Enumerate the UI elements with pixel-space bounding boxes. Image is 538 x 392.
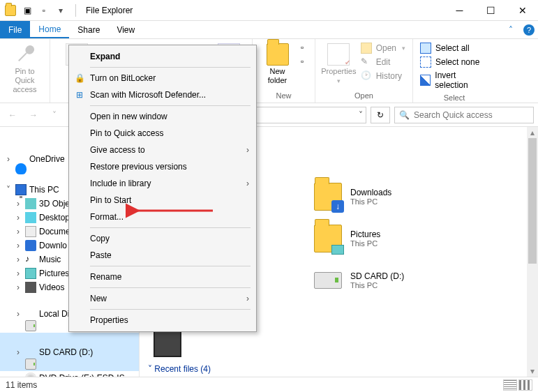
ctx-properties[interactable]: Properties — [69, 312, 256, 329]
pc-icon — [15, 184, 27, 195]
ctx-paste[interactable]: Paste — [69, 247, 256, 264]
tile-downloads[interactable]: ↓ DownloadsThis PC — [314, 183, 391, 211]
ctx-separator — [90, 67, 251, 68]
ctx-defender[interactable]: ⊞Scan with Microsoft Defender... — [69, 86, 256, 103]
ctx-give-access[interactable]: Give access to› — [69, 142, 256, 158]
explorer-icon — [3, 3, 18, 18]
divider — [75, 4, 76, 17]
ctx-copy[interactable]: Copy — [69, 230, 256, 247]
annotation-arrow — [126, 202, 216, 219]
ctx-separator — [90, 227, 251, 228]
easy-access-icon: ▫ — [301, 56, 308, 68]
group-label-open: Open — [320, 90, 408, 101]
history-icon: 🕑 — [361, 70, 372, 82]
maximize-button[interactable]: ☐ — [475, 0, 507, 21]
collapse-ribbon-icon[interactable]: ˄ — [502, 21, 520, 38]
tab-file[interactable]: File — [0, 21, 30, 38]
close-button[interactable]: ✕ — [507, 0, 538, 21]
new-folder-button[interactable]: New folder — [257, 40, 298, 88]
qat-newfolder-icon[interactable]: ▫ — [36, 3, 52, 18]
group-label-new: New — [257, 90, 311, 101]
new-item-dropdown[interactable]: ▫ — [298, 42, 311, 54]
recent-locations-button[interactable]: ˅ — [46, 107, 63, 123]
cloud-icon — [15, 163, 27, 174]
ctx-bitlocker[interactable]: 🔒Turn on BitLocker — [69, 70, 256, 86]
pin-label: Pin to Quick access — [6, 67, 44, 94]
search-icon: 🔍 — [399, 110, 410, 120]
submenu-arrow-icon: › — [246, 145, 249, 155]
ctx-separator — [90, 266, 251, 266]
music-icon: ♪ — [25, 254, 36, 265]
open-icon — [361, 43, 372, 54]
tile-videos-partial[interactable] — [154, 329, 181, 357]
ribbon-group-select: Select all Select none Invert selection … — [413, 39, 495, 103]
ctx-new[interactable]: New› — [69, 290, 256, 307]
search-box[interactable]: 🔍 Search Quick access — [394, 107, 534, 123]
tab-share[interactable]: Share — [69, 21, 108, 38]
properties-button[interactable]: ✔ Properties ▾ — [320, 40, 358, 87]
pictures-icon — [25, 268, 36, 279]
ribbon-group-new: New folder ▫ ▫ New — [253, 39, 315, 103]
ribbon-group-clipboard-left: Pin to Quick access — [0, 39, 50, 103]
open-button[interactable]: Open▾ — [358, 42, 408, 54]
folder-icon: ↓ — [314, 183, 342, 211]
invert-selection-button[interactable]: Invert selection — [417, 70, 491, 91]
select-all-button[interactable]: Select all — [417, 42, 491, 54]
ctx-separator — [90, 105, 251, 106]
ctx-expand[interactable]: Expand — [69, 48, 256, 65]
help-button[interactable]: ? — [520, 21, 538, 38]
new-item-icon: ▫ — [301, 43, 308, 54]
easy-access-dropdown[interactable]: ▫ — [298, 56, 311, 68]
tab-view[interactable]: View — [108, 21, 143, 38]
pin-icon — [9, 38, 40, 70]
history-button[interactable]: 🕑History — [358, 70, 408, 82]
edit-icon: ✎ — [361, 56, 372, 68]
sd-card-icon — [25, 359, 36, 370]
search-placeholder: Search Quick access — [414, 110, 493, 120]
ctx-separator — [90, 287, 251, 288]
address-dropdown-icon[interactable]: ˅ — [359, 110, 363, 120]
downloads-icon — [25, 240, 36, 251]
edit-button[interactable]: ✎Edit — [358, 56, 408, 68]
new-folder-icon — [267, 43, 289, 66]
title-bar: ▣ ▫ ▾ File Explorer ─ ☐ ✕ — [0, 0, 538, 21]
nav-sd-card[interactable]: ›SD CARD (D:) — [0, 333, 139, 371]
ctx-rename[interactable]: Rename — [69, 269, 256, 285]
objects3d-icon — [25, 198, 36, 209]
ctx-pin-quick[interactable]: Pin to Quick access — [69, 125, 256, 142]
quick-access-toolbar: ▣ ▫ ▾ — [0, 3, 71, 18]
section-recent-files[interactable]: Recent files (4) — [148, 364, 211, 374]
desktop-icon — [25, 212, 36, 223]
qat-dropdown-icon[interactable]: ▾ — [53, 3, 68, 18]
videos-tile-icon — [154, 329, 181, 357]
select-none-icon — [420, 56, 431, 68]
ctx-open-new-window[interactable]: Open in new window — [69, 108, 256, 125]
pin-to-quick-access-button[interactable]: Pin to Quick access — [4, 40, 45, 97]
refresh-button[interactable]: ↻ — [371, 107, 390, 123]
nav-dvd-drive[interactable]: ›DVD Drive (E:) ESD-IS — [0, 371, 139, 377]
folder-icon — [314, 225, 342, 252]
status-bar: 11 items — [0, 377, 538, 392]
minimize-button[interactable]: ─ — [444, 0, 475, 21]
ribbon-group-open: ✔ Properties ▾ Open▾ ✎Edit 🕑History Open — [315, 39, 413, 103]
group-label-select: Select — [417, 92, 491, 103]
dvd-icon — [25, 372, 36, 377]
view-large-button[interactable] — [518, 379, 532, 391]
view-details-button[interactable] — [503, 379, 517, 391]
tile-pictures[interactable]: PicturesThis PC — [314, 225, 380, 252]
tab-home[interactable]: Home — [30, 21, 69, 38]
invert-selection-icon — [420, 75, 431, 86]
documents-icon — [25, 226, 36, 237]
back-button[interactable]: ← — [4, 107, 21, 123]
ctx-restore-versions[interactable]: Restore previous versions — [69, 158, 256, 175]
select-none-button[interactable]: Select none — [417, 56, 491, 68]
qat-properties-icon[interactable]: ▣ — [20, 3, 35, 18]
drive-icon — [314, 266, 342, 294]
properties-icon: ✔ — [327, 43, 350, 66]
ctx-separator — [90, 309, 251, 310]
ctx-include-library[interactable]: Include in library› — [69, 175, 256, 192]
bitlocker-icon: 🔒 — [73, 72, 86, 84]
forward-button[interactable]: → — [25, 107, 42, 123]
content-scrollbar[interactable]: ▴ ▾ — [527, 127, 538, 377]
tile-sd-card[interactable]: SD CARD (D:)This PC — [314, 266, 404, 294]
